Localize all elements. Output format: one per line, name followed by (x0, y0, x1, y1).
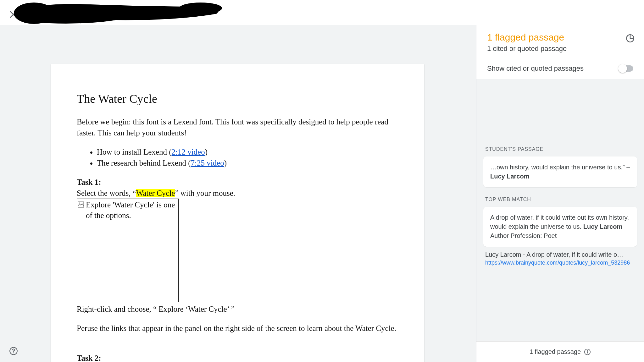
flagged-subtitle: 1 cited or quoted passage (487, 45, 633, 53)
bullet-list: How to install Lexend (2:12 video) The r… (97, 146, 398, 168)
document-page: The Water Cycle Before we begin: this fo… (51, 64, 424, 362)
close-icon[interactable] (9, 10, 18, 19)
broken-image-placeholder: Explore 'Water Cycle' is one of the opti… (77, 199, 179, 302)
redaction-mark (12, 1, 226, 27)
help-icon (9, 347, 18, 355)
toggle-label: Show cited or quoted passages (487, 64, 584, 73)
svg-rect-8 (587, 351, 588, 353)
help-button[interactable] (9, 346, 18, 356)
toggle-row: Show cited or quoted passages (476, 58, 644, 79)
list-item: How to install Lexend (2:12 video) (97, 146, 398, 157)
video-link-install[interactable]: 2:12 video (171, 148, 205, 156)
originality-panel: 1 flagged passage 1 cited or quoted pass… (476, 25, 644, 362)
chart-icon[interactable] (626, 34, 635, 43)
svg-point-1 (179, 3, 222, 14)
info-icon[interactable] (584, 348, 591, 355)
svg-point-3 (79, 203, 80, 204)
task1-line2: Right-click and choose, “ Explore ‘Water… (77, 304, 398, 315)
svg-point-0 (14, 3, 54, 24)
footer-text: 1 flagged passage (530, 348, 581, 355)
document-stage: The Water Cycle Before we begin: this fo… (0, 25, 476, 362)
web-match-card[interactable]: A drop of water, if it could write out i… (483, 207, 637, 247)
svg-point-5 (13, 352, 14, 353)
highlighted-text: Water Cycle (136, 189, 175, 197)
task1-label: Task 1: (77, 178, 101, 186)
panel-body: STUDENT'S PASSAGE …own history, would ex… (476, 79, 644, 362)
list-item: The research behind Lexend (7:25 video) (97, 157, 398, 168)
student-passage-card[interactable]: …own history, would explain the universe… (483, 156, 637, 187)
source-title: Lucy Larcom - A drop of water, if it cou… (485, 251, 635, 258)
image-alt-text: Explore 'Water Cycle' is one of the opti… (86, 200, 178, 221)
broken-image-icon (78, 201, 84, 208)
toggle-switch[interactable] (619, 65, 633, 72)
panel-footer: 1 flagged passage (476, 341, 644, 362)
svg-point-9 (587, 350, 588, 351)
page-title: The Water Cycle (77, 92, 398, 106)
source-url[interactable]: https://www.brainyquote.com/quotes/lucy_… (485, 260, 630, 266)
top-bar (0, 0, 644, 25)
panel-header: 1 flagged passage 1 cited or quoted pass… (476, 25, 644, 58)
intro-paragraph: Before we begin: this font is a Lexend f… (77, 116, 398, 138)
flagged-title: 1 flagged passage (487, 32, 633, 43)
task2-label: Task 2: (77, 354, 101, 362)
video-link-research[interactable]: 7:25 video (191, 159, 224, 167)
student-passage-label: STUDENT'S PASSAGE (485, 146, 635, 152)
task1-line3: Peruse the links that appear in the pane… (77, 323, 398, 334)
top-web-match-label: TOP WEB MATCH (485, 197, 635, 202)
